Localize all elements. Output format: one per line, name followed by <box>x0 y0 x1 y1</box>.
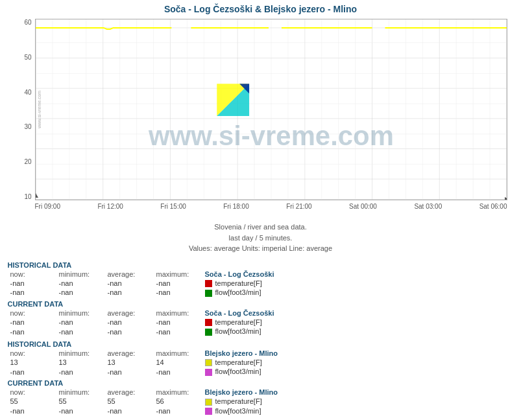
hist2-row-temp: 13 13 13 14 temperature[F] <box>8 358 514 368</box>
chart-svg: www.si-vreme.com www.si-vreme.com <box>36 19 507 200</box>
cur-col-avg-1: average: <box>105 309 154 318</box>
hist2-col-max: maximum: <box>154 349 202 358</box>
historical-col-headers-1: now: minimum: average: maximum: Soča - L… <box>8 270 514 279</box>
hist-1-temp-text: temperature[F] <box>215 279 262 287</box>
current-col-headers-1: now: minimum: average: maximum: Soča - L… <box>8 309 514 318</box>
historical-col-headers-2: now: minimum: average: maximum: Blejsko … <box>8 349 514 358</box>
cur-station-name-1: Soča - Log Čezsoški <box>202 309 514 318</box>
cur-1-flow-text: flow[foot3/min] <box>215 327 261 335</box>
hist-1-avg-temp: -nan <box>105 279 154 288</box>
hist-row-1-temp: -nan -nan -nan -nan temperature[F] <box>8 279 514 288</box>
hist-1-now-flow: -nan <box>8 288 56 298</box>
cur-1-avg-flow: -nan <box>105 327 154 336</box>
cur2-col-min: minimum: <box>56 388 105 397</box>
x-axis-labels: Fri 09:00 Fri 12:00 Fri 15:00 Fri 18:00 … <box>35 202 507 220</box>
historical-header-1: HISTORICAL DATA <box>8 261 514 269</box>
svg-text:www.si-vreme.com: www.si-vreme.com <box>36 91 41 129</box>
hist-1-temp-color <box>205 280 212 287</box>
hist2-now-flow: -nan <box>8 367 56 377</box>
y-label-20: 20 <box>24 158 31 165</box>
cur2-row-temp: 55 55 55 56 temperature[F] <box>8 397 514 406</box>
hist2-avg-temp: 13 <box>105 358 154 368</box>
hist2-temp-label: temperature[F] <box>202 358 514 368</box>
col-now-1: now: <box>8 270 56 279</box>
hist2-flow-text: flow[foot3/min] <box>215 368 261 375</box>
cur2-now-flow: -nan <box>8 406 56 416</box>
y-axis-labels: 60 50 40 30 20 10 <box>8 19 34 200</box>
hist2-temp-color <box>205 359 212 366</box>
hist-1-avg-flow: -nan <box>105 288 154 298</box>
hist2-max-flow: -nan <box>154 367 202 377</box>
chart-title: Soča - Log Čezsoški & Blejsko jezero - M… <box>164 4 357 14</box>
current-header-1: CURRENT DATA <box>8 300 514 308</box>
hist2-col-min: minimum: <box>56 349 105 358</box>
subtitle-line-3: Values: average Units: imperial Line: av… <box>189 243 332 254</box>
hist2-now-temp: 13 <box>8 358 56 368</box>
y-label-50: 50 <box>24 54 31 61</box>
cur-col-now-1: now: <box>8 309 56 318</box>
cur2-col-now: now: <box>8 388 56 397</box>
cur-1-now-flow: -nan <box>8 327 56 336</box>
hist-1-min-flow: -nan <box>56 288 105 298</box>
cur-1-now-temp: -nan <box>8 318 56 327</box>
cur2-row-flow: -nan -nan -nan -nan flow[foot3/min] <box>8 406 514 416</box>
svg-marker-47 <box>36 193 38 198</box>
hist2-temp-text: temperature[F] <box>215 358 262 366</box>
x-label-1: Fri 12:00 <box>97 203 123 210</box>
hist2-row-flow: -nan -nan -nan -nan flow[foot3/min] <box>8 367 514 377</box>
hist2-col-avg: average: <box>105 349 154 358</box>
hist-1-now-temp: -nan <box>8 279 56 288</box>
chart-inner: www.si-vreme.com www.si-vreme.com <box>35 19 507 200</box>
y-label-10: 10 <box>24 193 31 200</box>
x-label-4: Fri 21:00 <box>286 203 311 210</box>
hist2-flow-color <box>205 369 212 376</box>
cur-col-min-1: minimum: <box>56 309 105 318</box>
current-table-2: now: minimum: average: maximum: Blejsko … <box>8 388 514 415</box>
hist2-min-temp: 13 <box>56 358 105 368</box>
cur2-flow-color <box>205 408 212 415</box>
col-avg-1: average: <box>105 270 154 279</box>
hist-1-max-temp: -nan <box>154 279 202 288</box>
current-table-1: now: minimum: average: maximum: Soča - L… <box>8 309 514 336</box>
chart-area: 60 50 40 30 20 10 <box>8 16 514 220</box>
hist-1-max-flow: -nan <box>154 288 202 298</box>
cur2-flow-label: flow[foot3/min] <box>202 406 514 416</box>
cur2-avg-flow: -nan <box>105 406 154 416</box>
cur2-col-max: maximum: <box>154 388 202 397</box>
col-min-1: minimum: <box>56 270 105 279</box>
cur2-min-flow: -nan <box>56 406 105 416</box>
hist-1-flow-text: flow[foot3/min] <box>215 288 261 296</box>
cur-1-flow-color <box>205 329 212 336</box>
x-label-3: Fri 18:00 <box>223 203 248 210</box>
col-max-1: maximum: <box>154 270 202 279</box>
cur2-now-temp: 55 <box>8 397 56 406</box>
cur2-min-temp: 55 <box>56 397 105 406</box>
hist2-min-flow: -nan <box>56 367 105 377</box>
cur-row-1-temp: -nan -nan -nan -nan temperature[F] <box>8 318 514 327</box>
cur-1-avg-temp: -nan <box>105 318 154 327</box>
cur-1-temp-text: temperature[F] <box>215 318 262 326</box>
x-label-6: Sat 03:00 <box>414 203 442 210</box>
hist-1-flow-label: flow[foot3/min] <box>202 288 514 298</box>
cur2-station-name: Blejsko jezero - Mlino <box>202 388 514 397</box>
cur-row-1-flow: -nan -nan -nan -nan flow[foot3/min] <box>8 327 514 336</box>
y-label-60: 60 <box>24 19 31 26</box>
current-col-headers-2: now: minimum: average: maximum: Blejsko … <box>8 388 514 397</box>
cur2-temp-color <box>205 399 212 406</box>
svg-text:www.si-vreme.com: www.si-vreme.com <box>148 121 394 151</box>
hist2-station-name: Blejsko jezero - Mlino <box>202 349 514 358</box>
y-label-40: 40 <box>24 89 31 96</box>
hist-row-1-flow: -nan -nan -nan -nan flow[foot3/min] <box>8 288 514 298</box>
subtitle-line-1: Slovenia / river and sea data. <box>189 222 332 233</box>
cur2-temp-text: temperature[F] <box>215 397 262 405</box>
subtitle-line-2: last day / 5 minutes. <box>189 233 332 244</box>
cur-1-temp-label: temperature[F] <box>202 318 514 327</box>
data-section: HISTORICAL DATA now: minimum: average: m… <box>8 259 514 416</box>
y-label-30: 30 <box>24 123 31 130</box>
cur2-avg-temp: 55 <box>105 397 154 406</box>
station-name-1: Soča - Log Čezsoški <box>202 270 514 279</box>
x-label-5: Sat 00:00 <box>349 203 377 210</box>
cur2-flow-text: flow[foot3/min] <box>215 407 261 415</box>
hist-1-flow-color <box>205 290 212 297</box>
cur-1-max-flow: -nan <box>154 327 202 336</box>
